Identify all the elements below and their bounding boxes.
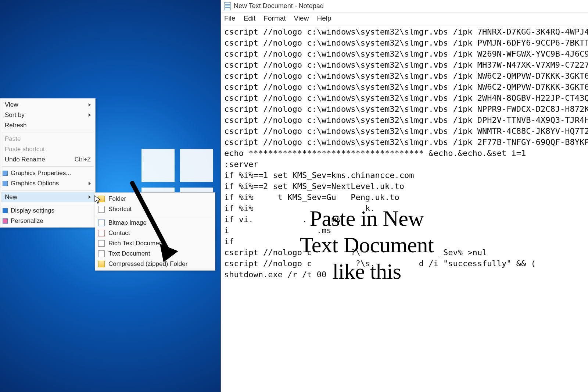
intel-icon: [3, 181, 8, 186]
text-document-icon: [98, 250, 105, 257]
menu-format[interactable]: Format: [263, 14, 286, 22]
ctx-paste: Paste: [1, 134, 94, 144]
ctx-new[interactable]: New: [1, 192, 94, 202]
chevron-right-icon: [89, 195, 91, 199]
shortcut-icon: [98, 206, 105, 213]
personalize-icon: [3, 218, 8, 224]
ctx-view[interactable]: View: [1, 100, 94, 110]
ctx-display-settings[interactable]: Display settings: [1, 206, 94, 216]
annotation-text: Paste in New Text Document like this: [234, 205, 499, 285]
separator: [2, 132, 94, 132]
desktop-context-menu: View Sort by Refresh Paste Paste shortcu…: [0, 98, 96, 228]
bitmap-icon: [98, 220, 105, 226]
annotation-arrow-icon: [125, 179, 184, 264]
svg-marker-1: [160, 244, 178, 262]
separator: [2, 190, 94, 190]
window-title: New Text Document - Notepad: [234, 2, 324, 10]
intel-icon: [3, 171, 8, 176]
shortcut-label: Ctrl+Z: [75, 156, 91, 163]
menu-file[interactable]: File: [224, 14, 236, 22]
chevron-right-icon: [89, 182, 91, 185]
svg-line-0: [132, 183, 167, 249]
menu-view[interactable]: View: [294, 14, 309, 22]
ctx-graphics-options[interactable]: Graphics Options: [1, 178, 94, 189]
display-icon: [3, 208, 8, 213]
ctx-sort-by[interactable]: Sort by: [1, 110, 94, 120]
notepad-titlebar[interactable]: New Text Document - Notepad: [221, 0, 588, 13]
notepad-icon: [224, 2, 231, 10]
notepad-window: New Text Document - Notepad File Edit Fo…: [220, 0, 588, 392]
ctx-undo-rename[interactable]: Undo RenameCtrl+Z: [1, 154, 94, 165]
rtf-icon: [98, 240, 105, 247]
ctx-graphics-properties[interactable]: Graphics Properties...: [1, 168, 94, 178]
separator: [2, 166, 94, 167]
separator: [2, 204, 94, 204]
menu-edit[interactable]: Edit: [244, 14, 256, 22]
chevron-right-icon: [89, 113, 91, 117]
ctx-personalize[interactable]: Personalize: [1, 216, 94, 226]
notepad-menubar: File Edit Format View Help: [221, 13, 588, 24]
ctx-paste-shortcut: Paste shortcut: [1, 144, 94, 154]
ctx-refresh[interactable]: Refresh: [1, 120, 94, 131]
menu-help[interactable]: Help: [317, 14, 331, 22]
mouse-cursor-icon: [94, 195, 101, 204]
chevron-right-icon: [89, 103, 91, 107]
zip-icon: [98, 261, 105, 267]
contact-icon: [98, 230, 105, 236]
